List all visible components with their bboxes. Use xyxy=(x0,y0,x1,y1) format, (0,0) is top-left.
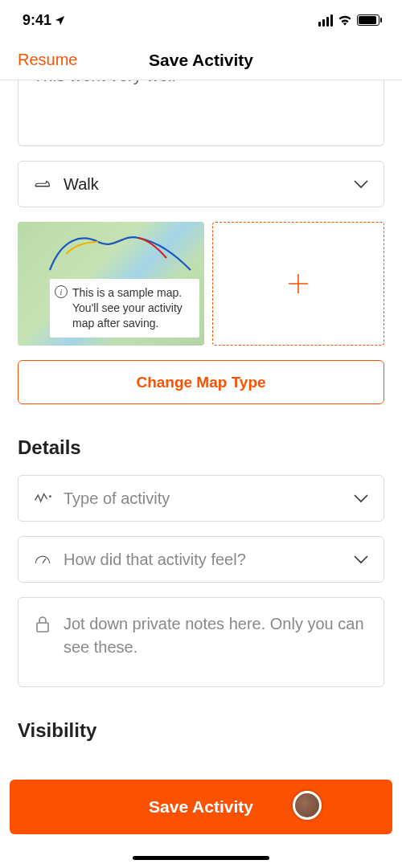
save-activity-button[interactable]: Save Activity xyxy=(10,780,392,834)
chevron-down-icon xyxy=(353,493,369,503)
private-notes-placeholder: Jot down private notes here. Only you ca… xyxy=(64,612,369,659)
activity-type-select[interactable]: Walk xyxy=(18,161,384,207)
battery-icon xyxy=(357,14,379,26)
details-heading: Details xyxy=(18,436,384,459)
private-notes-input[interactable]: Jot down private notes here. Only you ca… xyxy=(18,597,384,687)
map-tooltip-text: This is a sample map. You'll see your ac… xyxy=(72,286,183,330)
status-bar: 9:41 xyxy=(0,0,402,40)
media-row: i This is a sample map. You'll see your … xyxy=(18,222,384,346)
content-scroll[interactable]: This went very well Walk i This is a sam… xyxy=(0,80,402,772)
save-activity-label: Save Activity xyxy=(149,797,253,817)
plus-icon xyxy=(286,272,310,296)
status-indicators xyxy=(318,14,379,27)
change-map-type-button[interactable]: Change Map Type xyxy=(18,360,384,404)
map-tooltip: i This is a sample map. You'll see your … xyxy=(50,279,199,338)
chevron-down-icon xyxy=(353,179,369,189)
activity-feel-placeholder: How did that activity feel? xyxy=(64,551,342,569)
cellular-icon xyxy=(318,14,333,27)
type-of-activity-select[interactable]: Type of activity xyxy=(18,475,384,522)
location-icon xyxy=(54,14,66,27)
type-of-activity-placeholder: Type of activity xyxy=(64,489,342,508)
activity-type-label: Walk xyxy=(64,175,342,194)
touch-cursor xyxy=(293,791,322,820)
activity-line-icon xyxy=(33,492,52,505)
home-indicator[interactable] xyxy=(133,856,269,860)
wifi-icon xyxy=(338,14,352,26)
bottom-bar: Save Activity xyxy=(0,772,402,868)
map-thumbnail[interactable]: i This is a sample map. You'll see your … xyxy=(18,222,204,346)
change-map-type-label: Change Map Type xyxy=(136,374,265,391)
visibility-heading: Visibility xyxy=(18,719,384,742)
walk-icon xyxy=(33,178,52,190)
description-field[interactable]: This went very well xyxy=(18,80,384,146)
activity-feel-select[interactable]: How did that activity feel? xyxy=(18,536,384,583)
gauge-icon xyxy=(33,553,52,566)
status-time: 9:41 xyxy=(23,12,51,29)
svg-rect-1 xyxy=(37,623,48,632)
info-icon: i xyxy=(55,285,68,298)
description-text: This went very well xyxy=(33,80,369,85)
resume-button[interactable]: Resume xyxy=(18,51,77,69)
nav-bar: Resume Save Activity xyxy=(0,40,402,80)
add-photo-button[interactable] xyxy=(212,222,384,346)
chevron-down-icon xyxy=(353,555,369,564)
svg-point-0 xyxy=(49,495,51,497)
page-title: Save Activity xyxy=(149,51,253,70)
status-time-group: 9:41 xyxy=(23,12,66,29)
lock-icon xyxy=(33,616,52,633)
